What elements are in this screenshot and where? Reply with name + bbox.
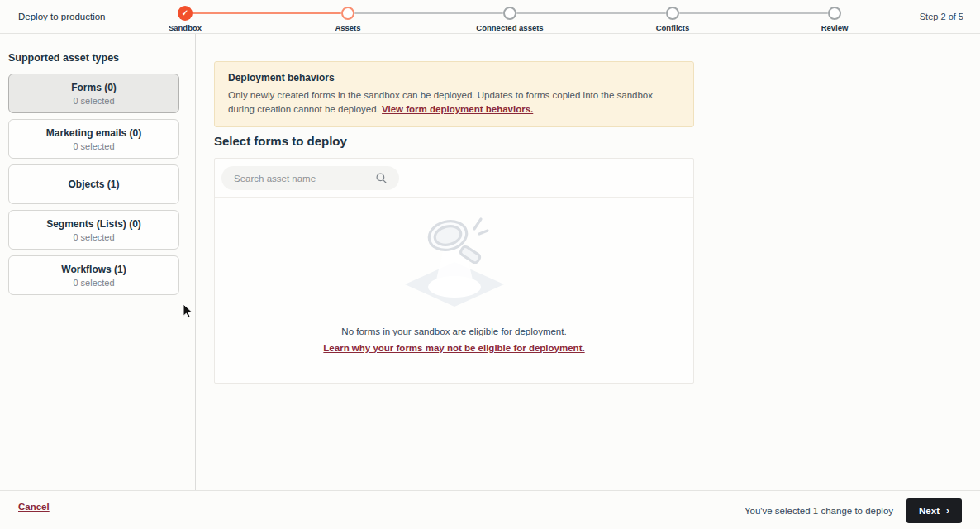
- step-progress-indicator: Step 2 of 5: [920, 0, 963, 33]
- wizard-footer: Cancel You've selected 1 change to deplo…: [0, 490, 980, 529]
- forms-selection-panel: No forms in your sandbox are eligible fo…: [214, 158, 694, 384]
- step-label: Conflicts: [615, 23, 730, 32]
- stepper-step-connected-assets: Connected assets: [452, 0, 568, 20]
- view-deployment-behaviors-link[interactable]: View form deployment behaviors.: [382, 104, 533, 114]
- stepper: ✓ Sandbox Assets Connected assets Confli…: [0, 0, 980, 33]
- step-label: Sandbox: [127, 23, 243, 32]
- asset-type-selected-count: 0 selected: [73, 278, 114, 288]
- step-label: Assets: [290, 23, 406, 32]
- selection-summary: You've selected 1 change to deploy: [745, 506, 893, 516]
- deployment-behaviors-callout: Deployment behaviors Only newly created …: [214, 61, 694, 127]
- check-icon: ✓: [182, 8, 188, 17]
- step-label: Review: [777, 23, 892, 32]
- asset-type-selected-count: 0 selected: [73, 96, 114, 106]
- next-button[interactable]: Next ›: [906, 498, 962, 523]
- search-input[interactable]: [221, 166, 399, 190]
- step-upcoming-circle: [503, 7, 516, 20]
- callout-title: Deployment behaviors: [228, 72, 680, 83]
- search-row: [215, 159, 693, 198]
- chevron-right-icon: ›: [946, 506, 949, 516]
- empty-state-learn-why-link[interactable]: Learn why your forms may not be eligible…: [323, 343, 584, 353]
- step-current-circle: [341, 7, 354, 20]
- sidebar-heading: Supported asset types: [8, 52, 195, 64]
- stepper-step-sandbox: ✓ Sandbox: [127, 0, 243, 21]
- stepper-step-conflicts: Conflicts: [615, 0, 730, 20]
- asset-type-card-marketing-emails[interactable]: Marketing emails (0) 0 selected: [8, 119, 179, 159]
- empty-state: No forms in your sandbox are eligible fo…: [215, 198, 693, 383]
- deploy-wizard-window: Deploy to production ✓ Sandbox Assets Co…: [0, 0, 980, 529]
- callout-body: Only newly created forms in the sandbox …: [228, 88, 680, 116]
- asset-types-sidebar: Supported asset types Forms (0) 0 select…: [0, 34, 196, 490]
- asset-type-label: Marketing emails (0): [46, 127, 141, 139]
- magnifying-glass-illustration: [388, 211, 521, 308]
- asset-type-card-segments[interactable]: Segments (Lists) (0) 0 selected: [8, 210, 179, 250]
- asset-type-label: Workflows (1): [61, 264, 126, 275]
- asset-type-selected-count: 0 selected: [73, 141, 114, 151]
- asset-type-card-workflows[interactable]: Workflows (1) 0 selected: [8, 255, 179, 295]
- asset-type-card-forms[interactable]: Forms (0) 0 selected: [8, 74, 179, 113]
- asset-type-label: Segments (Lists) (0): [46, 218, 141, 230]
- empty-state-message: No forms in your sandbox are eligible fo…: [215, 326, 693, 336]
- wizard-header: Deploy to production ✓ Sandbox Assets Co…: [0, 0, 980, 34]
- next-button-label: Next: [919, 506, 940, 516]
- asset-type-selected-count: 0 selected: [73, 232, 114, 242]
- stepper-step-assets: Assets: [290, 0, 406, 20]
- main-content: Deployment behaviors Only newly created …: [197, 34, 980, 490]
- cancel-button[interactable]: Cancel: [18, 502, 50, 512]
- asset-type-label: Objects (1): [68, 179, 119, 190]
- stepper-step-review: Review: [777, 0, 892, 20]
- footer-right-group: You've selected 1 change to deploy Next …: [745, 491, 962, 529]
- section-title: Select forms to deploy: [214, 134, 347, 148]
- asset-type-card-objects[interactable]: Objects (1): [8, 164, 179, 204]
- asset-type-label: Forms (0): [71, 82, 117, 93]
- step-upcoming-circle: [666, 7, 679, 20]
- step-upcoming-circle: [828, 7, 841, 20]
- step-label: Connected assets: [452, 23, 568, 32]
- step-completed-circle: ✓: [178, 6, 193, 21]
